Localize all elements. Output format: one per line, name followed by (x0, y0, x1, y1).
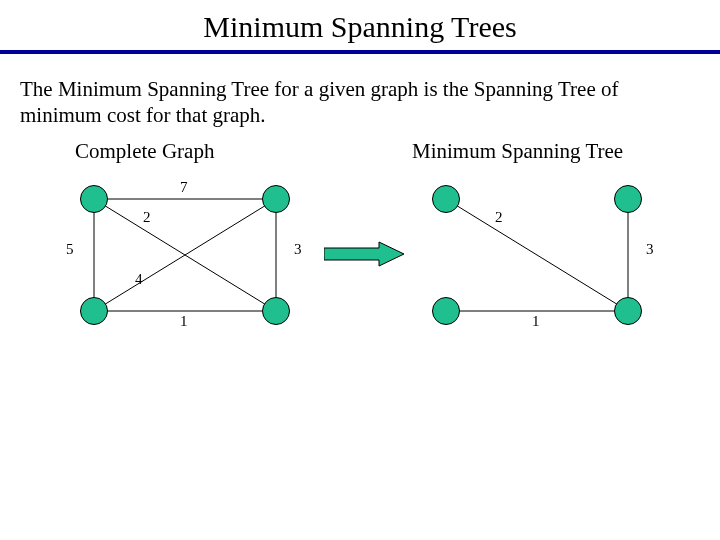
node-top-right (262, 185, 290, 213)
node-top-right (614, 185, 642, 213)
edge-weight-bottom: 1 (180, 313, 188, 330)
complete-graph: 7 2 5 3 4 1 (80, 185, 290, 325)
node-top-left (80, 185, 108, 213)
mst-edges (432, 185, 642, 325)
edge-weight-right: 3 (646, 241, 654, 258)
edge-weight-bottom: 1 (532, 313, 540, 330)
left-caption: Complete Graph (75, 139, 214, 164)
svg-line-7 (446, 199, 628, 311)
node-bottom-right (262, 297, 290, 325)
mst-graph: 2 3 1 (432, 185, 642, 325)
right-caption: Minimum Spanning Tree (412, 139, 623, 164)
edge-weight-diag-tl-br: 2 (143, 209, 151, 226)
body-text: The Minimum Spanning Tree for a given gr… (0, 54, 720, 139)
figures-area: Complete Graph Minimum Spanning Tree 7 2… (0, 139, 720, 469)
arrow-icon (324, 239, 404, 269)
node-bottom-left (80, 297, 108, 325)
edge-weight-right: 3 (294, 241, 302, 258)
node-top-left (432, 185, 460, 213)
edge-weight-left: 5 (66, 241, 74, 258)
page-title: Minimum Spanning Trees (0, 0, 720, 50)
complete-graph-edges (80, 185, 290, 325)
node-bottom-right (614, 297, 642, 325)
edge-weight-diag-tr-bl: 4 (135, 271, 143, 288)
svg-marker-6 (324, 242, 404, 266)
slide: Minimum Spanning Trees The Minimum Spann… (0, 0, 720, 540)
edge-weight-top: 7 (180, 179, 188, 196)
node-bottom-left (432, 297, 460, 325)
edge-weight-diag-tl-br: 2 (495, 209, 503, 226)
